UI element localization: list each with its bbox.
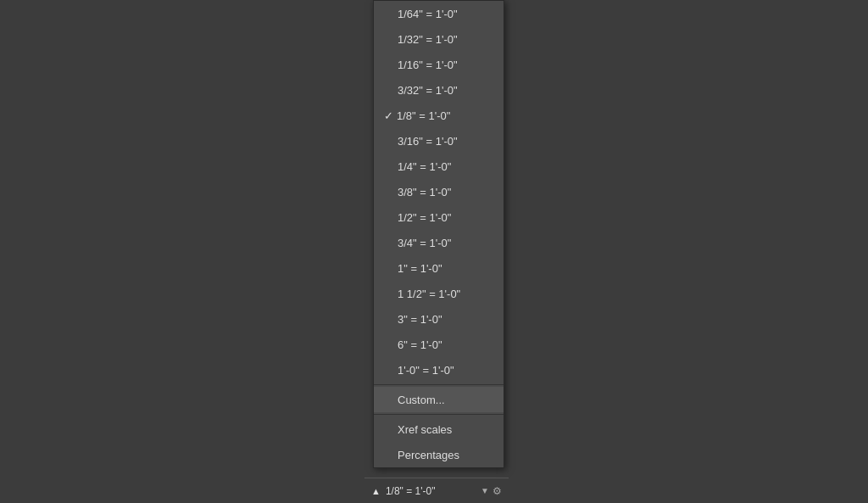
xref-scales-label: Xref scales [398, 423, 452, 436]
custom-item[interactable]: Custom... [374, 387, 504, 412]
scale-label-3-4: 3/4" = 1'-0" [398, 237, 451, 249]
scale-label-1-1-2: 1 1/2" = 1'-0" [398, 288, 460, 300]
scale-item-3-8[interactable]: 3/8" = 1'-0" [374, 179, 504, 204]
scale-label-3in: 3" = 1'-0" [398, 313, 442, 326]
status-bar[interactable]: ▲ 1/8" = 1'-0" ▼ ⚙ [364, 478, 509, 503]
scale-label-3-16: 3/16" = 1'-0" [398, 135, 458, 148]
percentages-item[interactable]: Percentages [374, 442, 504, 467]
scale-item-1ft[interactable]: 1'-0" = 1'-0" [374, 357, 504, 383]
scale-item-1-64[interactable]: 1/64" = 1'-0" [374, 1, 504, 26]
scale-item-1-32[interactable]: 1/32" = 1'-0" [374, 26, 504, 52]
check-mark-1-8: ✓ [384, 109, 393, 122]
scale-display: 1/8" = 1'-0" [386, 485, 481, 497]
scale-label-1-8: 1/8" = 1'-0" [397, 109, 450, 122]
dropdown-arrow-icon[interactable]: ▼ [481, 486, 489, 495]
scale-label-1ft: 1'-0" = 1'-0" [398, 364, 454, 377]
scale-item-3-16[interactable]: 3/16" = 1'-0" [374, 128, 504, 154]
scale-label-1-4: 1/4" = 1'-0" [398, 160, 451, 173]
custom-label: Custom... [398, 394, 445, 406]
scale-item-1-1-2[interactable]: 1 1/2" = 1'-0" [374, 281, 504, 306]
divider-1 [374, 384, 504, 385]
scale-item-3-32[interactable]: 3/32" = 1'-0" [374, 77, 504, 103]
scale-dropdown[interactable]: 1/64" = 1'-0" 1/32" = 1'-0" 1/16" = 1'-0… [373, 0, 504, 468]
divider-2 [374, 414, 504, 415]
scale-label-1in: 1" = 1'-0" [398, 262, 442, 275]
scale-icon: ▲ [371, 486, 381, 496]
scale-label-1-64: 1/64" = 1'-0" [398, 8, 458, 20]
xref-scales-item[interactable]: Xref scales [374, 416, 504, 442]
scale-item-1-2[interactable]: 1/2" = 1'-0" [374, 204, 504, 230]
scale-label-3-32: 3/32" = 1'-0" [398, 84, 458, 97]
gear-icon[interactable]: ⚙ [492, 485, 502, 497]
scale-label-1-16: 1/16" = 1'-0" [398, 59, 458, 71]
scale-label-3-8: 3/8" = 1'-0" [398, 186, 451, 198]
scale-label-1-2: 1/2" = 1'-0" [398, 211, 451, 224]
scale-item-1-4[interactable]: 1/4" = 1'-0" [374, 154, 504, 179]
scale-item-3-4[interactable]: 3/4" = 1'-0" [374, 230, 504, 255]
scale-item-6in[interactable]: 6" = 1'-0" [374, 332, 504, 357]
percentages-label: Percentages [398, 449, 459, 461]
scale-item-3in[interactable]: 3" = 1'-0" [374, 306, 504, 332]
scale-item-1-8[interactable]: ✓ 1/8" = 1'-0" [374, 103, 504, 128]
scale-label-1-32: 1/32" = 1'-0" [398, 33, 458, 46]
scale-item-1-16[interactable]: 1/16" = 1'-0" [374, 52, 504, 77]
scale-item-1in[interactable]: 1" = 1'-0" [374, 255, 504, 281]
scale-label-6in: 6" = 1'-0" [398, 338, 442, 351]
